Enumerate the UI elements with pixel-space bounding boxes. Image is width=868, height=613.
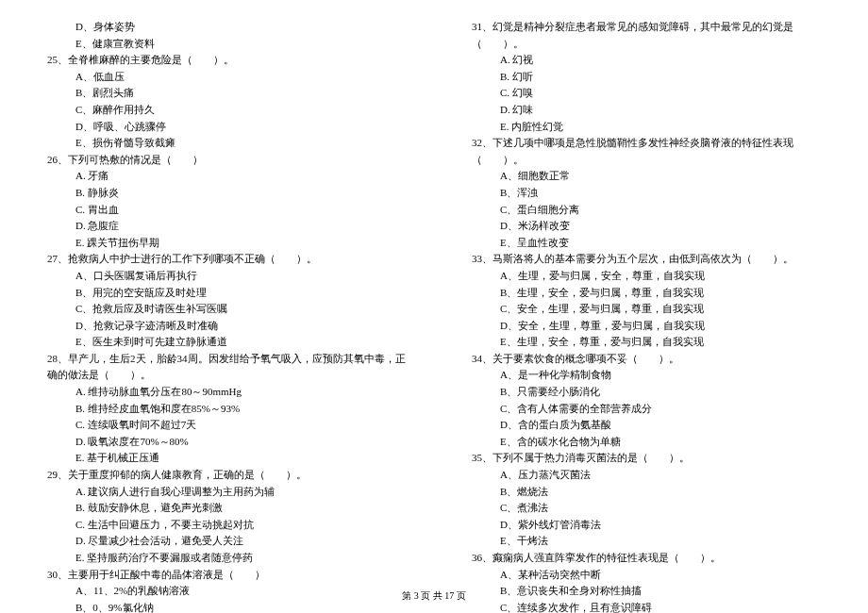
option: C、含有人体需要的全部营养成分 xyxy=(453,401,840,418)
option: B、只需要经小肠消化 xyxy=(453,384,840,401)
document-columns: D、身体姿势 E、健康宣教资料 25、全脊椎麻醉的主要危险是（ ）。 A、低血压… xyxy=(28,19,840,613)
question-stem: 34、关于要素饮食的概念哪项不妥（ ）。 xyxy=(453,351,840,368)
page-footer: 第 3 页 共 17 页 xyxy=(0,588,868,604)
option: A、压力蒸汽灭菌法 xyxy=(453,467,840,484)
question-stem: 25、全脊椎麻醉的主要危险是（ ）。 xyxy=(28,52,415,69)
option: D. 吸氧浓度在70%～80% xyxy=(28,434,415,451)
question-stem: 30、主要用于纠正酸中毒的晶体溶液是（ ） xyxy=(28,567,415,584)
option: D、身体姿势 xyxy=(28,19,415,36)
option: A、口头医嘱复诵后再执行 xyxy=(28,268,415,285)
option: A. 幻视 xyxy=(453,52,840,69)
option: C. 生活中回避压力，不要主动挑起对抗 xyxy=(28,517,415,534)
option: A. 维持动脉血氧分压在80～90mmHg xyxy=(28,384,415,401)
option: C、蛋白细胞分离 xyxy=(453,202,840,219)
option: E. 基于机械正压通 xyxy=(28,450,415,467)
question-stem: 26、下列可热敷的情况是（ ） xyxy=(28,152,415,169)
option: D. 幻味 xyxy=(453,102,840,119)
option: E、医生未到时可先建立静脉通道 xyxy=(28,334,415,351)
option: B、剧烈头痛 xyxy=(28,85,415,102)
question-stem: 32、下述几项中哪项是急性脱髓鞘性多发性神经炎脑脊液的特征性表现（ ）。 xyxy=(453,135,840,168)
option: C、抢救后应及时请医生补写医嘱 xyxy=(28,301,415,318)
option: B. 静脉炎 xyxy=(28,185,415,202)
option: A、生理，爱与归属，安全，尊重，自我实现 xyxy=(453,268,840,285)
option: C、煮沸法 xyxy=(453,500,840,517)
option: C、安全，生理，爱与归属，尊重，自我实现 xyxy=(453,301,840,318)
option: B. 幻听 xyxy=(453,69,840,86)
option: E、干烤法 xyxy=(453,533,840,550)
option: B、燃烧法 xyxy=(453,484,840,501)
option: D、含的蛋白质为氨基酸 xyxy=(453,417,840,434)
option: B. 维持经皮血氧饱和度在85%～93% xyxy=(28,401,415,418)
option: D. 急腹症 xyxy=(28,218,415,235)
option: A. 牙痛 xyxy=(28,168,415,185)
option: D、呼吸、心跳骤停 xyxy=(28,119,415,136)
option: E、生理，安全，尊重，爱与归属，自我实现 xyxy=(453,334,840,351)
option: E、损伤脊髓导致截瘫 xyxy=(28,135,415,152)
option: A、低血压 xyxy=(28,69,415,86)
option: E、健康宣教资料 xyxy=(28,36,415,53)
option: B、浑浊 xyxy=(453,185,840,202)
option: C. 胃出血 xyxy=(28,202,415,219)
question-stem: 29、关于重度抑郁的病人健康教育，正确的是（ ）。 xyxy=(28,467,415,484)
option: E. 坚持服药治疗不要漏服或者随意停药 xyxy=(28,550,415,567)
option: C、麻醉作用持久 xyxy=(28,102,415,119)
question-stem: 31、幻觉是精神分裂症患者最常见的感知觉障碍，其中最常见的幻觉是（ ）。 xyxy=(453,19,840,52)
option: C. 连续吸氧时间不超过7天 xyxy=(28,417,415,434)
question-stem: 27、抢救病人中护士进行的工作下列哪项不正确（ ）。 xyxy=(28,251,415,268)
option: B、用完的空安瓿应及时处理 xyxy=(28,285,415,302)
option: A、某种活动突然中断 xyxy=(453,567,840,584)
option: A. 建议病人进行自我心理调整为主用药为辅 xyxy=(28,484,415,501)
question-stem: 35、下列不属于热力消毒灭菌法的是（ ）。 xyxy=(453,450,840,467)
option: E. 内脏性幻觉 xyxy=(453,119,840,136)
option: A、细胞数正常 xyxy=(453,168,840,185)
option: B、生理，安全，爱与归属，尊重，自我实现 xyxy=(453,285,840,302)
question-stem: 36、癫痫病人强直阵挛发作的特征性表现是（ ）。 xyxy=(453,550,840,567)
right-column: 31、幻觉是精神分裂症患者最常见的感知觉障碍，其中最常见的幻觉是（ ）。 A. … xyxy=(453,19,840,613)
option: E. 踝关节扭伤早期 xyxy=(28,235,415,252)
option: B. 鼓励安静休息，避免声光刺激 xyxy=(28,500,415,517)
left-column: D、身体姿势 E、健康宣教资料 25、全脊椎麻醉的主要危险是（ ）。 A、低血压… xyxy=(28,19,415,613)
option: E、呈血性改变 xyxy=(453,235,840,252)
option: D、紫外线灯管消毒法 xyxy=(453,517,840,534)
option: D. 尽量减少社会活动，避免受人关注 xyxy=(28,533,415,550)
option: D、米汤样改变 xyxy=(453,218,840,235)
question-stem: 33、马斯洛将人的基本需要分为五个层次，由低到高依次为（ ）。 xyxy=(453,251,840,268)
option: E、含的碳水化合物为单糖 xyxy=(453,434,840,451)
option: A、是一种化学精制食物 xyxy=(453,367,840,384)
option: D、安全，生理，尊重，爱与归属，自我实现 xyxy=(453,318,840,335)
option: C. 幻嗅 xyxy=(453,85,840,102)
question-stem: 28、早产儿，生后2天，胎龄34周。因发绀给予氧气吸入，应预防其氧中毒，正确的做… xyxy=(28,351,415,384)
option: D、抢救记录字迹清晰及时准确 xyxy=(28,318,415,335)
